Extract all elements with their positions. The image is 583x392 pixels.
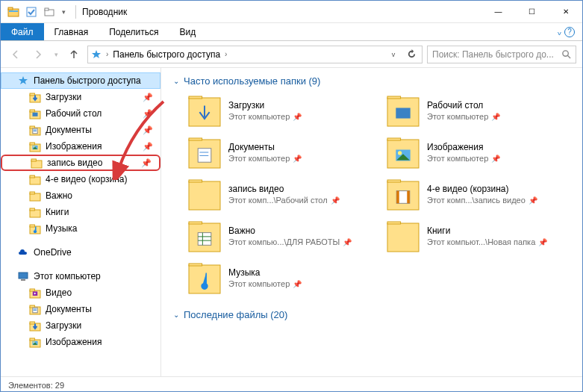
sidebar-quick-access[interactable]: Панель быстрого доступа bbox=[1, 72, 160, 89]
folder-item[interactable]: 4-е видео (корзина) Этот комп...\запись … bbox=[387, 178, 570, 211]
music-icon bbox=[188, 261, 221, 294]
svg-rect-75 bbox=[387, 223, 419, 252]
sidebar-item-Музыка[interactable]: Музыка bbox=[1, 220, 160, 237]
sidebar-item-Изображения[interactable]: Изображения 📌 bbox=[1, 138, 160, 155]
up-button[interactable] bbox=[65, 46, 83, 63]
chevron-right-icon[interactable]: › bbox=[105, 50, 110, 58]
folder-item[interactable]: Рабочий стол Этот компьютер📌 bbox=[387, 94, 570, 127]
sidebar-item-Документы[interactable]: Документы 📌 bbox=[1, 122, 160, 138]
svg-rect-9 bbox=[30, 93, 34, 96]
tab-share[interactable]: Поделиться bbox=[99, 23, 169, 40]
sidebar-pc-Загрузки[interactable]: Загрузки bbox=[1, 317, 160, 334]
section-frequent[interactable]: ⌄ Часто используемые папки (9) bbox=[173, 75, 570, 87]
maximize-button[interactable]: ☐ bbox=[515, 1, 549, 23]
section-recent[interactable]: ⌄ Последние файлы (20) bbox=[173, 309, 570, 320]
sidebar-item-label: запись видео bbox=[47, 158, 102, 168]
forward-button[interactable] bbox=[29, 46, 47, 63]
svg-rect-5 bbox=[45, 8, 49, 10]
svg-point-21 bbox=[33, 146, 34, 147]
folder-item[interactable]: Изображения Этот компьютер📌 bbox=[387, 136, 570, 169]
folder-path: Этот компьютер📌 bbox=[427, 154, 500, 163]
sidebar-item-Рабочий-стол[interactable]: Рабочий стол 📌 bbox=[1, 105, 160, 122]
pictures-icon bbox=[29, 336, 41, 348]
folder-item[interactable]: Документы Этот компьютер📌 bbox=[188, 136, 372, 169]
sidebar-pc-Документы[interactable]: Документы bbox=[1, 301, 160, 317]
folder-path: Этот компьютер📌 bbox=[228, 154, 302, 163]
svg-rect-59 bbox=[387, 138, 401, 140]
documents-icon bbox=[29, 303, 41, 315]
desktop-icon bbox=[29, 108, 41, 119]
folder-item[interactable]: Важно Этот компью...\ДЛЯ РАБОТЫ📌 bbox=[188, 220, 372, 252]
svg-rect-35 bbox=[30, 289, 34, 291]
pin-icon: 📌 bbox=[491, 113, 500, 121]
search-box[interactable] bbox=[427, 46, 576, 63]
ribbon-expand[interactable]: ^? bbox=[550, 23, 582, 40]
help-icon[interactable]: ? bbox=[564, 27, 575, 37]
svg-rect-67 bbox=[396, 191, 399, 204]
folder-item[interactable]: Загрузки Этот компьютер📌 bbox=[188, 94, 372, 127]
addressbar[interactable]: › Панель быстрого доступа › v bbox=[87, 46, 423, 63]
music-icon bbox=[29, 223, 41, 234]
search-icon[interactable] bbox=[561, 49, 571, 59]
svg-rect-63 bbox=[189, 180, 202, 182]
recent-dropdown[interactable]: ▾ bbox=[52, 46, 60, 63]
folder-path: Этот компьют...\Новая папка📌 bbox=[427, 237, 547, 246]
sidebar-item-label: Документы bbox=[46, 125, 92, 135]
sidebar-item-label: Изображения bbox=[46, 337, 102, 347]
sidebar-item-запись-видео[interactable]: запись видео 📌 bbox=[1, 155, 160, 171]
folder-item[interactable]: Музыка Этот компьютер📌 bbox=[188, 261, 372, 294]
folder-item[interactable]: запись видео Этот комп...\Рабочий стол📌 bbox=[188, 178, 372, 211]
new-folder-icon[interactable] bbox=[41, 4, 57, 20]
refresh-icon[interactable] bbox=[404, 49, 419, 59]
pin-icon: 📌 bbox=[143, 109, 153, 119]
tab-view[interactable]: Вид bbox=[169, 23, 206, 40]
sidebar-item-label: OneDrive bbox=[34, 247, 72, 258]
sidebar-item-4-е-видео-(корзина)[interactable]: 4-е видео (корзина) bbox=[1, 171, 160, 187]
sidebar-onedrive[interactable]: OneDrive bbox=[1, 244, 160, 261]
chevron-right-icon[interactable]: › bbox=[223, 50, 228, 58]
sidebar-pc-Изображения[interactable]: Изображения bbox=[1, 334, 160, 350]
svg-rect-38 bbox=[30, 305, 34, 308]
tab-file[interactable]: Файл bbox=[1, 23, 44, 40]
folder-item[interactable]: Книги Этот компьют...\Новая папка📌 bbox=[387, 220, 570, 252]
svg-rect-52 bbox=[396, 108, 410, 118]
close-button[interactable]: ✕ bbox=[549, 1, 582, 23]
titlebar: ▾ Проводник — ☐ ✕ bbox=[1, 1, 582, 23]
chevron-down-icon[interactable]: ⌄ bbox=[173, 311, 179, 319]
svg-rect-31 bbox=[30, 225, 34, 227]
svg-rect-1 bbox=[8, 7, 13, 10]
sidebar-pc-Видео[interactable]: Видео bbox=[1, 284, 160, 301]
downloads-icon bbox=[29, 320, 41, 332]
chevron-down-icon[interactable]: ⌄ bbox=[173, 77, 179, 85]
search-input[interactable] bbox=[432, 49, 561, 60]
documents-icon bbox=[188, 136, 221, 169]
status-count: Элементов: 29 bbox=[8, 381, 64, 390]
properties-icon[interactable] bbox=[23, 4, 40, 20]
sidebar-item-Важно[interactable]: Важно bbox=[1, 187, 160, 204]
breadcrumb[interactable]: Панель быстрого доступа bbox=[113, 49, 220, 60]
onedrive-icon bbox=[17, 246, 29, 258]
folder-name: 4-е видео (корзина) bbox=[427, 184, 537, 194]
sidebar-this-pc[interactable]: Этот компьютер bbox=[1, 268, 160, 284]
folder-icon bbox=[29, 206, 41, 218]
window-title: Проводник bbox=[79, 7, 127, 17]
address-dropdown-icon[interactable]: v bbox=[386, 51, 401, 58]
sidebar[interactable]: Панель быстрого доступа Загрузки 📌 Рабоч… bbox=[1, 68, 161, 376]
svg-point-47 bbox=[33, 341, 34, 343]
svg-rect-68 bbox=[407, 191, 410, 204]
qat-dropdown-icon[interactable]: ▾ bbox=[59, 4, 68, 20]
tab-home[interactable]: Главная bbox=[44, 23, 99, 40]
folder-name: Музыка bbox=[228, 267, 302, 278]
pictures-icon bbox=[387, 136, 420, 169]
sidebar-item-Книги[interactable]: Книги bbox=[1, 204, 160, 220]
sidebar-item-Загрузки[interactable]: Загрузки 📌 bbox=[1, 89, 160, 105]
folder-name: Загрузки bbox=[228, 100, 302, 111]
documents-icon bbox=[29, 124, 41, 136]
statusbar: Элементов: 29 bbox=[1, 376, 582, 392]
sidebar-item-label: Загрузки bbox=[46, 320, 81, 331]
svg-rect-25 bbox=[30, 175, 34, 178]
content-area[interactable]: ⌄ Часто используемые папки (9) Загрузки … bbox=[161, 68, 582, 376]
back-button[interactable] bbox=[7, 46, 25, 63]
minimize-button[interactable]: — bbox=[481, 1, 515, 23]
pin-icon: 📌 bbox=[293, 113, 302, 121]
